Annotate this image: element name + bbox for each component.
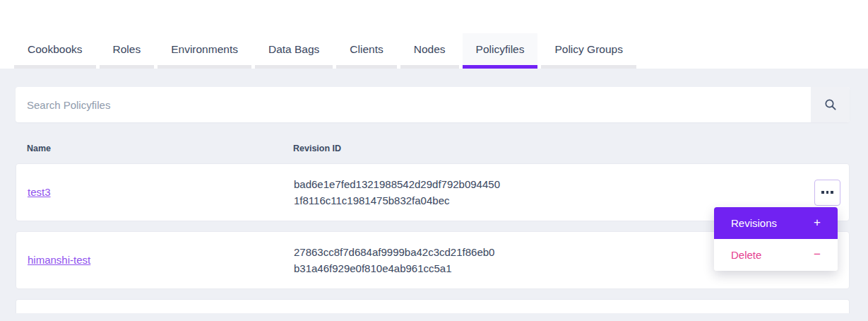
row-actions-button[interactable]: [814, 180, 840, 206]
revision-id-value: bad6e1e7fed1321988542d29df792b0944501f81…: [294, 176, 500, 209]
minus-icon: −: [814, 247, 821, 262]
search-icon: [824, 98, 837, 111]
revision-id-value: 27863cc8f7d684af9999ba42c3cd21f86eb0b31a…: [294, 244, 500, 277]
tab-data-bags[interactable]: Data Bags: [255, 33, 333, 69]
tab-environments[interactable]: Environments: [157, 33, 251, 69]
column-header-name: Name: [27, 144, 293, 153]
search-bar: [16, 87, 850, 122]
tab-cookbooks[interactable]: Cookbooks: [14, 33, 96, 69]
ellipsis-icon: [821, 191, 833, 194]
policyfile-link[interactable]: himanshi-test: [28, 254, 90, 266]
policyfile-link[interactable]: test3: [28, 186, 51, 198]
search-button[interactable]: [811, 87, 850, 122]
menu-item-delete[interactable]: Delete −: [714, 239, 838, 271]
search-input[interactable]: [16, 87, 811, 122]
tab-clients[interactable]: Clients: [336, 33, 396, 69]
table-row: test3 bad6e1e7fed1321988542d29df792b0944…: [16, 163, 850, 221]
tab-policyfiles[interactable]: Policyfiles: [463, 33, 538, 69]
tab-roles[interactable]: Roles: [100, 33, 155, 69]
tab-policy-groups[interactable]: Policy Groups: [541, 33, 636, 69]
policyfiles-panel: Name Revision ID test3 bad6e1e7fed132198…: [0, 69, 868, 313]
plus-icon: +: [814, 216, 821, 230]
tab-bar: Cookbooks Roles Environments Data Bags C…: [0, 0, 868, 69]
menu-item-revisions[interactable]: Revisions +: [714, 207, 838, 239]
column-header-revision-id: Revision ID: [293, 144, 804, 153]
row-actions-menu: Revisions + Delete −: [714, 207, 838, 271]
table-header-row: Name Revision ID: [16, 122, 850, 163]
tab-nodes[interactable]: Nodes: [400, 33, 459, 69]
table-row-partial: [16, 299, 850, 313]
